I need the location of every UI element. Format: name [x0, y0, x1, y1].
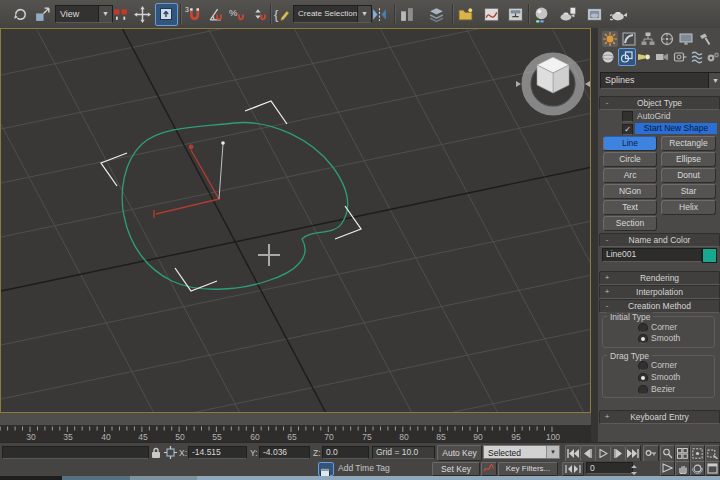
collapse-icon[interactable]: - [603, 300, 611, 312]
object-type-ellipse-button[interactable]: Ellipse [661, 152, 716, 167]
viewport-canvas[interactable] [1, 29, 590, 412]
set-key-button[interactable]: Set Key [432, 462, 480, 476]
object-type-line-button[interactable]: Line [603, 136, 657, 151]
percent-snap-toggle-icon[interactable]: % [229, 6, 246, 23]
object-type-star-button[interactable]: Star [661, 184, 716, 199]
expand-icon[interactable]: + [603, 411, 611, 423]
category-cameras-icon[interactable] [654, 49, 670, 65]
x-coordinate-field[interactable]: -14.515 [188, 446, 247, 459]
angle-snap-toggle-icon[interactable] [207, 6, 224, 23]
rendered-frame-window-icon[interactable] [586, 6, 603, 23]
category-lights-icon[interactable] [636, 49, 652, 65]
zoom-extents-button[interactable] [690, 445, 705, 462]
render-setup-icon[interactable] [559, 6, 576, 23]
material-editor-icon[interactable] [533, 6, 550, 23]
object-type-donut-button[interactable]: Donut [661, 168, 716, 183]
use-pivot-point-center-icon[interactable] [112, 6, 129, 23]
mirror-icon[interactable] [371, 6, 388, 23]
select-and-manipulate-icon[interactable] [134, 6, 151, 23]
chevron-down-icon[interactable]: ▼ [98, 6, 112, 22]
render-production-icon[interactable] [610, 6, 627, 23]
spinner-snap-toggle-icon[interactable] [250, 6, 267, 23]
tab-utilities-icon[interactable] [697, 31, 713, 47]
category-systems-icon[interactable] [705, 49, 720, 65]
chevron-down-icon[interactable]: ▼ [708, 73, 720, 88]
play-animation-button[interactable] [595, 445, 611, 462]
tab-create-icon[interactable] [602, 31, 618, 47]
rollout-rendering[interactable]: + Rendering [599, 271, 720, 285]
tab-hierarchy-icon[interactable] [640, 31, 656, 47]
category-helpers-icon[interactable] [672, 49, 688, 65]
zoom-all-button[interactable] [675, 445, 690, 462]
orbit-viewport-button[interactable] [690, 461, 705, 476]
chevron-down-icon[interactable]: ▼ [546, 446, 559, 458]
key-step-toggle-button[interactable] [562, 462, 584, 476]
display-floater-icon[interactable] [457, 6, 474, 23]
field-of-view-button[interactable] [660, 461, 675, 476]
track-bar[interactable]: 30 35 40 45 50 55 60 65 70 75 80 85 90 9… [0, 425, 591, 442]
go-to-end-button[interactable] [625, 445, 641, 462]
add-time-tag-icon[interactable] [318, 462, 334, 476]
tab-display-icon[interactable] [678, 31, 694, 47]
start-new-shape-checkbox[interactable]: ✓ [622, 124, 633, 135]
collapse-icon[interactable]: - [603, 234, 611, 246]
tab-motion-icon[interactable] [659, 31, 675, 47]
y-coordinate-field[interactable]: -4.036 [259, 446, 310, 459]
spline-curve[interactable] [122, 123, 347, 290]
named-selection-set-dropdown[interactable]: Create Selection Se ▼ [293, 5, 372, 23]
selection-lock-icon[interactable] [150, 446, 162, 459]
category-geometry-icon[interactable] [600, 49, 616, 65]
keyboard-shortcut-override-toggle[interactable] [155, 3, 178, 26]
perspective-viewport[interactable] [0, 28, 591, 413]
initial-type-smooth-radio[interactable] [638, 334, 648, 344]
drag-type-smooth-radio[interactable] [638, 373, 648, 383]
viewcube[interactable] [516, 57, 590, 111]
manage-layers-icon[interactable] [428, 6, 445, 23]
go-to-start-button[interactable] [565, 445, 581, 462]
edit-named-selection-sets-icon[interactable]: { [274, 6, 291, 23]
rollout-name-and-color[interactable]: - Name and Color [599, 233, 720, 247]
object-type-text-button[interactable]: Text [603, 200, 657, 215]
object-name-field[interactable]: Line001 [602, 248, 702, 262]
absolute-mode-icon[interactable] [164, 446, 177, 459]
select-and-rotate-icon[interactable] [12, 6, 29, 23]
initial-type-corner-radio[interactable] [638, 323, 648, 333]
schematic-view-icon[interactable] [507, 6, 524, 23]
category-shapes-button[interactable] [618, 48, 636, 66]
object-type-circle-button[interactable]: Circle [603, 152, 657, 167]
object-type-arc-button[interactable]: Arc [603, 168, 657, 183]
pan-view-button[interactable] [675, 461, 690, 476]
rollout-object-type[interactable]: - Object Type [599, 96, 720, 110]
drag-type-corner-radio[interactable] [638, 361, 648, 371]
zoom-region-button[interactable] [705, 445, 720, 462]
set-key-selection-dropdown[interactable]: Selected ▼ [483, 445, 560, 459]
zoom-viewport-button[interactable] [660, 445, 675, 462]
tab-modify-icon[interactable] [621, 31, 637, 47]
object-color-swatch[interactable] [702, 248, 717, 263]
expand-icon[interactable]: + [603, 286, 611, 298]
object-type-helix-button[interactable]: Helix [661, 200, 716, 215]
rollout-interpolation[interactable]: + Interpolation [599, 285, 720, 299]
object-type-ngon-button[interactable]: NGon [603, 184, 657, 199]
set-key-curve-icon[interactable] [481, 462, 497, 476]
z-coordinate-field[interactable]: 0.0 [322, 446, 369, 459]
key-filters-button[interactable]: Key Filters... [498, 462, 558, 476]
add-time-tag-label[interactable]: Add Time Tag [338, 463, 390, 473]
rollout-keyboard-entry[interactable]: + Keyboard Entry [599, 410, 720, 424]
next-frame-button[interactable] [610, 445, 626, 462]
select-and-scale-icon[interactable] [34, 6, 51, 23]
drag-type-bezier-radio[interactable] [638, 385, 648, 395]
autogrid-checkbox[interactable] [622, 111, 633, 122]
reference-coordinate-dropdown[interactable]: View ▼ [55, 5, 113, 23]
category-space-warps-icon[interactable] [690, 49, 706, 65]
maximize-viewport-toggle-button[interactable] [705, 461, 720, 476]
frame-spinner[interactable] [630, 462, 638, 474]
key-mode-toggle-button[interactable] [643, 445, 659, 462]
rollout-creation-method[interactable]: - Creation Method [599, 299, 720, 313]
object-type-rectangle-button[interactable]: Rectangle [661, 136, 716, 151]
chevron-down-icon[interactable]: ▼ [357, 6, 371, 22]
snaps-toggle-icon[interactable]: 3 [185, 6, 202, 23]
align-icon[interactable] [399, 6, 416, 23]
start-new-shape-button[interactable]: Start New Shape [635, 123, 717, 134]
object-type-section-button[interactable]: Section [603, 216, 657, 231]
